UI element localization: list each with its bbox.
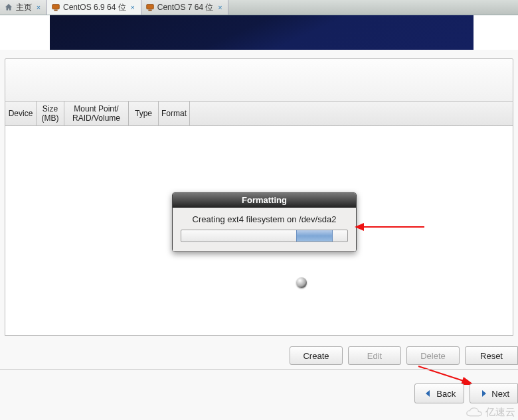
back-button[interactable]: Back [414,384,464,403]
progress-chunk [296,230,333,242]
dialog-title: Formatting [173,193,356,208]
reset-button[interactable]: Reset [465,346,518,365]
svg-rect-2 [146,5,153,9]
partition-table-header: Device Size(MB) Mount Point/RAID/Volume … [5,102,513,126]
installer-banner [50,15,474,50]
tab-label: 主页 [16,2,32,13]
vm-icon [51,3,60,12]
col-type[interactable]: Type [129,102,159,125]
edit-button[interactable]: Edit [348,346,401,365]
vm-tab-bar: 主页 × CentOS 6.9 64 位 × CentOS 7 64 位 × [0,0,518,15]
installer-banner-row [0,15,518,50]
vm-icon [145,3,155,12]
separator [0,369,518,370]
partition-action-row: Create Edit Delete Reset [5,346,518,366]
col-size[interactable]: Size(MB) [37,102,64,125]
arrow-left-icon [423,388,434,399]
col-device[interactable]: Device [5,102,37,125]
next-label: Next [491,389,509,399]
cloud-icon [466,407,483,418]
close-icon[interactable]: × [35,3,43,11]
svg-rect-1 [54,10,57,11]
arrow-right-icon [478,388,489,399]
close-icon[interactable]: × [216,3,224,11]
dialog-body: Creating ext4 filesystem on /dev/sda2 [173,208,356,251]
col-mountpoint[interactable]: Mount Point/RAID/Volume [64,102,129,125]
busy-indicator-icon [296,277,307,288]
disk-layout-graphic [5,58,513,102]
svg-rect-0 [52,5,60,9]
progress-bar [181,230,348,242]
svg-rect-3 [148,10,151,11]
back-label: Back [436,389,456,399]
wizard-nav-row: Back Next [414,384,518,405]
formatting-dialog: Formatting Creating ext4 filesystem on /… [172,192,357,252]
dialog-message: Creating ext4 filesystem on /dev/sda2 [181,214,348,224]
watermark-text: 亿速云 [485,406,515,419]
home-icon [4,3,13,12]
next-button[interactable]: Next [470,384,518,403]
col-format[interactable]: Format [159,102,190,125]
tab-centos69[interactable]: CentOS 6.9 64 位 × [47,0,141,15]
tab-label: CentOS 6.9 64 位 [63,2,126,13]
close-icon[interactable]: × [129,3,137,11]
tab-home[interactable]: 主页 × [0,0,47,15]
partition-table-body: Formatting Creating ext4 filesystem on /… [5,126,513,336]
watermark: 亿速云 [466,406,515,419]
create-button[interactable]: Create [290,346,343,365]
tab-label: CentOS 7 64 位 [157,2,214,13]
tab-centos7[interactable]: CentOS 7 64 位 × [141,0,229,15]
delete-button[interactable]: Delete [406,346,460,365]
